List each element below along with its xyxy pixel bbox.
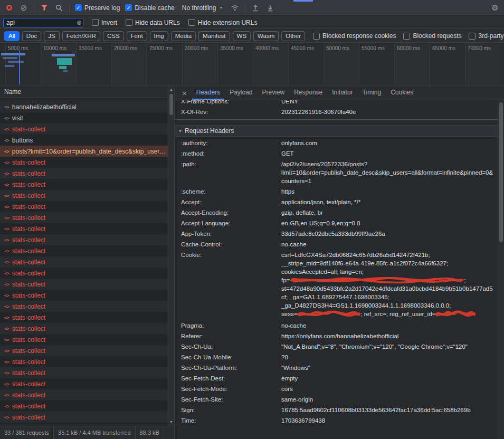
details-scrollbar[interactable] — [498, 100, 504, 439]
request-row[interactable]: <> stats-collect — [0, 190, 174, 201]
request-row[interactable]: <> stats-collect — [0, 245, 174, 256]
scrollbar-thumb[interactable] — [169, 94, 173, 115]
request-row[interactable]: <> stats-collect — [0, 389, 174, 400]
clear-network-log-icon[interactable]: ⊘ — [19, 3, 28, 13]
request-name: stats-collect — [12, 392, 45, 399]
filter-input[interactable] — [3, 18, 83, 27]
request-row[interactable]: <> stats-collect — [0, 400, 174, 412]
header-name: Accept-Encoding: — [175, 208, 281, 217]
type-filter-pill[interactable]: Fetch/XHR — [62, 31, 100, 41]
details-tab[interactable]: Payload — [225, 86, 256, 100]
invert-checkbox[interactable]: Invert — [92, 19, 117, 26]
request-row[interactable]: <> stats-collect — [0, 212, 174, 223]
request-row[interactable]: <> stats-collect — [0, 345, 174, 356]
request-row[interactable]: <> stats-collect — [0, 157, 174, 168]
network-conditions-icon[interactable] — [230, 3, 240, 13]
advanced-filter-checkbox[interactable]: Blocked response cookies — [313, 32, 396, 40]
request-type-icon: <> — [4, 393, 9, 398]
request-row[interactable]: <> stats-collect — [0, 334, 174, 345]
type-filter-pill[interactable]: CSS — [103, 31, 124, 41]
advanced-filter-checkboxes: Blocked response cookies Blocked request… — [313, 32, 504, 40]
request-row[interactable]: <> stats-collect — [0, 201, 174, 212]
request-list-scrollbar[interactable]: ▲ ▼ — [168, 86, 174, 426]
preserve-log-checkbox[interactable]: ✓ Preserve log — [75, 4, 120, 12]
export-har-icon[interactable] — [265, 3, 275, 13]
request-row[interactable]: <> visit — [0, 112, 174, 123]
header-row: :path: /api2/v2/users/20572336/posts?lim… — [175, 159, 504, 186]
search-icon[interactable] — [54, 3, 64, 13]
checkbox-unchecked-icon — [403, 33, 410, 40]
throttling-dropdown[interactable]: No throttling ▼ — [180, 3, 225, 13]
cookie-value: csrf=LdfcGX4Sa72db06824c657db26a5d142472… — [281, 251, 504, 318]
details-tab[interactable]: Initiator — [328, 86, 357, 100]
transferred-size: 35.1 kB / 4.4 MB transferred — [54, 426, 136, 439]
details-tab[interactable]: Preview — [258, 86, 289, 100]
request-row[interactable]: <> stats-collect — [0, 179, 174, 190]
header-value: "Not_A Brand";v="8", "Chromium";v="120",… — [281, 342, 504, 351]
request-row[interactable]: <> stats-collect — [0, 123, 174, 135]
type-filter-pill[interactable]: All — [4, 31, 20, 41]
name-column-header[interactable]: Name — [0, 86, 174, 98]
record-network-log-icon[interactable] — [4, 3, 14, 13]
header-value: DENY — [281, 100, 504, 106]
details-tab[interactable]: Cookies — [386, 86, 417, 100]
timeline-tick-label: 10000 ms — [43, 45, 66, 51]
type-filter-pill[interactable]: JS — [44, 31, 59, 41]
network-main-area: Name <> init <> hannahelizabethofficial — [0, 86, 504, 439]
close-details-icon[interactable]: × — [178, 86, 191, 100]
header-name: Sec-Fetch-Dest: — [175, 374, 281, 383]
request-row[interactable]: <> stats-collect — [0, 234, 174, 245]
type-filter-pill[interactable]: Media — [171, 31, 196, 41]
type-filter-pill[interactable]: Wasm — [253, 31, 279, 41]
request-headers-section-header[interactable]: ▾ Request Headers — [175, 125, 504, 137]
hide-data-urls-checkbox[interactable]: Hide data URLs — [126, 19, 180, 26]
timeline-column: 55000 ms — [359, 43, 394, 85]
requests-count: 33 / 381 requests — [0, 426, 54, 439]
settings-gear-icon[interactable]: ⚙ — [490, 3, 500, 13]
request-row[interactable]: <> stats-collect — [0, 412, 174, 423]
request-row[interactable]: <> stats-collect — [0, 168, 174, 179]
type-filter-pill[interactable]: WS — [233, 31, 251, 41]
filter-icon[interactable] — [40, 3, 49, 13]
request-row[interactable]: <> hannahelizabethofficial — [0, 101, 174, 112]
request-row[interactable]: <> stats-collect — [0, 256, 174, 268]
type-filter-pill[interactable]: Doc — [22, 31, 41, 41]
advanced-filter-checkbox[interactable]: 3rd-party requests — [469, 32, 504, 40]
request-row[interactable]: <> stats-collect — [0, 312, 174, 323]
header-name: Sec-Ch-Ua-Mobile: — [175, 353, 281, 361]
scroll-up-icon[interactable]: ▲ — [169, 87, 173, 92]
overview-timeline[interactable]: 5000 ms 10000 ms 15000 ms 20000 ms 25000… — [0, 43, 504, 85]
details-tab[interactable]: Response — [290, 86, 327, 100]
request-row[interactable]: <> stats-collect — [0, 290, 174, 301]
disable-cache-checkbox[interactable]: ✓ Disable cache — [125, 4, 174, 12]
advanced-filter-checkbox[interactable]: Blocked requests — [403, 32, 461, 40]
request-row[interactable]: <> stats-collect — [0, 279, 174, 290]
section-title: Request Headers — [185, 127, 234, 135]
checkbox-unchecked-icon — [313, 33, 320, 40]
request-type-icon: <> — [4, 348, 9, 354]
type-filter-pill[interactable]: Img — [150, 31, 168, 41]
request-row[interactable]: <> stats-collect — [0, 356, 174, 367]
type-filter-pill[interactable]: Other — [281, 31, 305, 41]
scroll-down-icon[interactable]: ▼ — [169, 419, 173, 425]
request-type-icon: <> — [4, 370, 9, 376]
hide-extension-urls-checkbox[interactable]: Hide extension URLs — [188, 19, 258, 26]
disable-cache-label: Disable cache — [135, 4, 174, 12]
import-har-icon[interactable] — [251, 3, 260, 13]
request-row[interactable]: <> stats-collect — [0, 378, 174, 389]
type-filter-pill[interactable]: Font — [127, 31, 147, 41]
details-tab[interactable]: Timing — [358, 86, 386, 100]
request-row[interactable]: <> stats-collect — [0, 268, 174, 279]
request-row[interactable]: <> stats-collect — [0, 323, 174, 334]
request-row[interactable]: <> buttons — [0, 135, 174, 146]
cookie-text: sess= — [281, 311, 297, 317]
request-row[interactable]: <> stats-collect — [0, 223, 174, 234]
request-row[interactable]: <> stats-collect — [0, 301, 174, 312]
type-filter-pill[interactable]: Manifest — [198, 31, 230, 41]
request-row[interactable]: <> posts?limit=10&order=publish_date_des… — [0, 146, 174, 157]
scrollbar-thumb[interactable] — [499, 102, 503, 242]
request-name: stats-collect — [12, 259, 45, 266]
clear-filter-icon[interactable]: ⊗ — [77, 20, 82, 26]
details-tab[interactable]: Headers — [192, 86, 224, 100]
request-row[interactable]: <> stats-collect — [0, 367, 174, 378]
